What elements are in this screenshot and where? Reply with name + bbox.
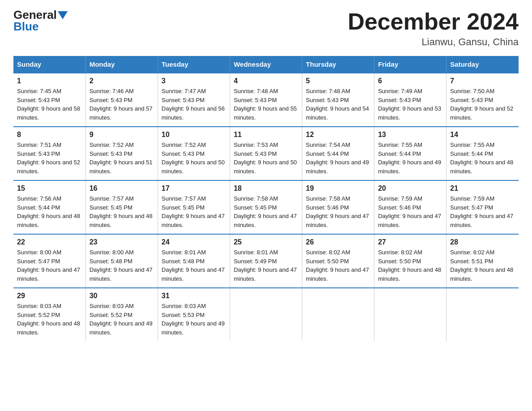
day-number: 14	[450, 131, 515, 139]
day-info: Sunrise: 7:52 AMSunset: 5:43 PMDaylight:…	[90, 141, 153, 175]
day-number: 4	[234, 77, 298, 85]
day-info: Sunrise: 7:57 AMSunset: 5:45 PMDaylight:…	[90, 195, 153, 228]
day-info: Sunrise: 7:45 AMSunset: 5:43 PMDaylight:…	[17, 88, 80, 121]
calendar-day-cell	[302, 288, 374, 341]
day-info: Sunrise: 7:55 AMSunset: 5:44 PMDaylight:…	[450, 141, 513, 175]
svg-marker-0	[58, 11, 68, 19]
day-number: 16	[90, 184, 154, 193]
day-info: Sunrise: 7:53 AMSunset: 5:43 PMDaylight:…	[234, 141, 297, 175]
day-number: 6	[378, 77, 442, 85]
calendar-header-row: Sunday Monday Tuesday Wednesday Thursday…	[13, 56, 519, 73]
calendar-day-cell: 9 Sunrise: 7:52 AMSunset: 5:43 PMDayligh…	[86, 127, 158, 180]
day-number: 26	[306, 238, 370, 246]
day-number: 7	[450, 77, 515, 85]
calendar-day-cell: 24 Sunrise: 8:01 AMSunset: 5:48 PMDaylig…	[158, 234, 230, 288]
day-number: 2	[90, 77, 154, 85]
day-number: 17	[162, 184, 226, 193]
day-info: Sunrise: 7:47 AMSunset: 5:43 PMDaylight:…	[162, 88, 225, 121]
header-monday: Monday	[86, 56, 158, 73]
day-info: Sunrise: 8:03 AMSunset: 5:52 PMDaylight:…	[17, 303, 80, 336]
day-info: Sunrise: 7:57 AMSunset: 5:45 PMDaylight:…	[162, 195, 225, 228]
header-friday: Friday	[374, 56, 446, 73]
day-number: 13	[378, 131, 442, 139]
day-number: 29	[17, 292, 82, 300]
calendar-day-cell: 23 Sunrise: 8:00 AMSunset: 5:48 PMDaylig…	[86, 234, 158, 288]
calendar-table: Sunday Monday Tuesday Wednesday Thursday…	[13, 56, 519, 341]
calendar-day-cell: 29 Sunrise: 8:03 AMSunset: 5:52 PMDaylig…	[13, 288, 86, 341]
header-tuesday: Tuesday	[158, 56, 230, 73]
calendar-day-cell: 26 Sunrise: 8:02 AMSunset: 5:50 PMDaylig…	[302, 234, 374, 288]
day-number: 15	[17, 184, 82, 193]
logo: General Blue	[13, 9, 68, 32]
calendar-week-row: 22 Sunrise: 8:00 AMSunset: 5:47 PMDaylig…	[13, 234, 519, 288]
day-number: 30	[90, 292, 154, 300]
day-info: Sunrise: 7:52 AMSunset: 5:43 PMDaylight:…	[162, 141, 225, 175]
page-header: General Blue December 2024 Lianwu, Gansu…	[13, 9, 519, 48]
day-number: 18	[234, 184, 298, 193]
day-info: Sunrise: 7:51 AMSunset: 5:43 PMDaylight:…	[17, 141, 80, 175]
day-info: Sunrise: 7:50 AMSunset: 5:43 PMDaylight:…	[450, 88, 513, 121]
day-number: 12	[306, 131, 370, 139]
calendar-day-cell: 13 Sunrise: 7:55 AMSunset: 5:44 PMDaylig…	[374, 127, 446, 180]
day-number: 28	[450, 238, 515, 246]
page-title: December 2024	[348, 9, 519, 34]
day-info: Sunrise: 8:00 AMSunset: 5:48 PMDaylight:…	[90, 249, 153, 282]
day-number: 9	[90, 131, 154, 139]
title-block: December 2024 Lianwu, Gansu, China	[348, 9, 519, 48]
calendar-day-cell: 4 Sunrise: 7:48 AMSunset: 5:43 PMDayligh…	[230, 73, 302, 127]
calendar-day-cell: 2 Sunrise: 7:46 AMSunset: 5:43 PMDayligh…	[86, 73, 158, 127]
day-info: Sunrise: 8:03 AMSunset: 5:53 PMDaylight:…	[162, 303, 225, 336]
day-info: Sunrise: 8:01 AMSunset: 5:49 PMDaylight:…	[234, 249, 297, 282]
calendar-day-cell: 5 Sunrise: 7:48 AMSunset: 5:43 PMDayligh…	[302, 73, 374, 127]
day-info: Sunrise: 7:48 AMSunset: 5:43 PMDaylight:…	[234, 88, 297, 121]
calendar-day-cell: 18 Sunrise: 7:58 AMSunset: 5:45 PMDaylig…	[230, 180, 302, 234]
calendar-day-cell: 17 Sunrise: 7:57 AMSunset: 5:45 PMDaylig…	[158, 180, 230, 234]
day-info: Sunrise: 7:49 AMSunset: 5:43 PMDaylight:…	[378, 88, 441, 121]
day-info: Sunrise: 8:02 AMSunset: 5:51 PMDaylight:…	[450, 249, 513, 282]
day-number: 31	[162, 292, 226, 300]
calendar-day-cell: 7 Sunrise: 7:50 AMSunset: 5:43 PMDayligh…	[446, 73, 519, 127]
calendar-day-cell: 15 Sunrise: 7:56 AMSunset: 5:44 PMDaylig…	[13, 180, 86, 234]
calendar-day-cell: 25 Sunrise: 8:01 AMSunset: 5:49 PMDaylig…	[230, 234, 302, 288]
day-number: 22	[17, 238, 82, 246]
day-info: Sunrise: 7:48 AMSunset: 5:43 PMDaylight:…	[306, 88, 369, 121]
day-info: Sunrise: 7:55 AMSunset: 5:44 PMDaylight:…	[378, 141, 441, 175]
day-info: Sunrise: 7:54 AMSunset: 5:44 PMDaylight:…	[306, 141, 369, 175]
header-saturday: Saturday	[446, 56, 519, 73]
header-sunday: Sunday	[13, 56, 86, 73]
calendar-day-cell: 1 Sunrise: 7:45 AMSunset: 5:43 PMDayligh…	[13, 73, 86, 127]
calendar-day-cell: 6 Sunrise: 7:49 AMSunset: 5:43 PMDayligh…	[374, 73, 446, 127]
calendar-day-cell	[446, 288, 519, 341]
day-number: 19	[306, 184, 370, 193]
day-number: 23	[90, 238, 154, 246]
calendar-day-cell: 30 Sunrise: 8:03 AMSunset: 5:52 PMDaylig…	[86, 288, 158, 341]
calendar-week-row: 29 Sunrise: 8:03 AMSunset: 5:52 PMDaylig…	[13, 288, 519, 341]
day-info: Sunrise: 7:59 AMSunset: 5:46 PMDaylight:…	[378, 195, 441, 228]
day-info: Sunrise: 8:02 AMSunset: 5:50 PMDaylight:…	[306, 249, 369, 282]
logo-blue-text: Blue	[13, 20, 39, 33]
day-number: 11	[234, 131, 298, 139]
day-info: Sunrise: 8:02 AMSunset: 5:50 PMDaylight:…	[378, 249, 441, 282]
day-info: Sunrise: 7:58 AMSunset: 5:46 PMDaylight:…	[306, 195, 369, 228]
day-info: Sunrise: 7:46 AMSunset: 5:43 PMDaylight:…	[90, 88, 153, 121]
day-number: 24	[162, 238, 226, 246]
day-number: 1	[17, 77, 82, 85]
logo-triangle-icon	[58, 11, 68, 19]
day-info: Sunrise: 7:58 AMSunset: 5:45 PMDaylight:…	[234, 195, 297, 228]
calendar-day-cell	[374, 288, 446, 341]
calendar-week-row: 1 Sunrise: 7:45 AMSunset: 5:43 PMDayligh…	[13, 73, 519, 127]
day-number: 8	[17, 131, 82, 139]
calendar-day-cell: 16 Sunrise: 7:57 AMSunset: 5:45 PMDaylig…	[86, 180, 158, 234]
day-number: 27	[378, 238, 442, 246]
day-number: 3	[162, 77, 226, 85]
header-wednesday: Wednesday	[230, 56, 302, 73]
calendar-day-cell: 21 Sunrise: 7:59 AMSunset: 5:47 PMDaylig…	[446, 180, 519, 234]
header-thursday: Thursday	[302, 56, 374, 73]
day-info: Sunrise: 8:01 AMSunset: 5:48 PMDaylight:…	[162, 249, 225, 282]
day-number: 10	[162, 131, 226, 139]
calendar-day-cell: 14 Sunrise: 7:55 AMSunset: 5:44 PMDaylig…	[446, 127, 519, 180]
day-number: 21	[450, 184, 515, 193]
calendar-day-cell: 27 Sunrise: 8:02 AMSunset: 5:50 PMDaylig…	[374, 234, 446, 288]
calendar-day-cell: 22 Sunrise: 8:00 AMSunset: 5:47 PMDaylig…	[13, 234, 86, 288]
calendar-day-cell: 3 Sunrise: 7:47 AMSunset: 5:43 PMDayligh…	[158, 73, 230, 127]
